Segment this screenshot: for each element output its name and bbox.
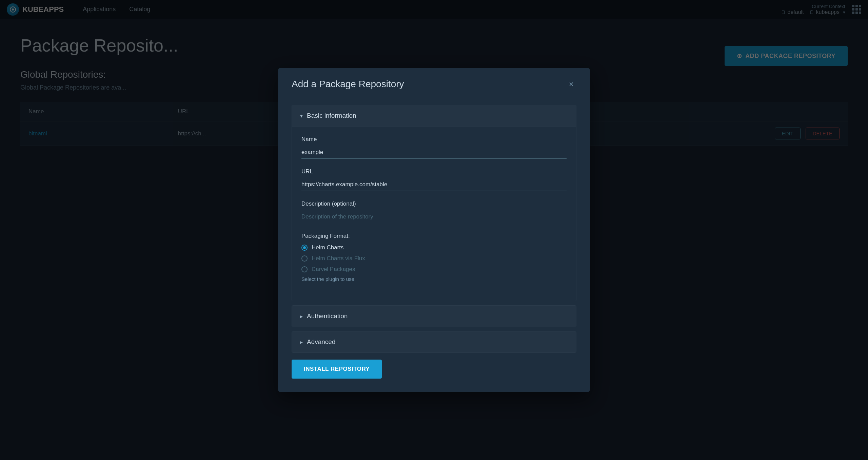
accordion-basic-content: Name URL Description (optional): [292, 126, 576, 301]
install-repository-button[interactable]: INSTALL REPOSITORY: [292, 360, 382, 379]
accordion-basic-label: Basic information: [307, 112, 356, 119]
radio-helm-flux-btn: [301, 255, 308, 262]
accordion-authentication: ▸ Authentication: [292, 305, 576, 327]
modal-header: Add a Package Repository ×: [278, 68, 590, 98]
radio-helm-charts-label: Helm Charts: [312, 244, 343, 251]
modal-body: ▾ Basic information Name URL: [278, 98, 590, 392]
packaging-format-hint: Select the plugin to use.: [301, 276, 567, 282]
radio-carvel-label: Carvel Packages: [312, 266, 355, 273]
accordion-advanced-header[interactable]: ▸ Advanced: [292, 331, 576, 352]
packaging-format-group: Packaging Format: Helm Charts Helm Chart…: [301, 233, 567, 282]
accordion-auth-chevron-icon: ▸: [300, 313, 303, 320]
description-input[interactable]: [301, 211, 567, 223]
accordion-advanced-label: Advanced: [307, 338, 336, 346]
radio-helm-flux-label: Helm Charts via Flux: [312, 255, 365, 262]
accordion-authentication-header[interactable]: ▸ Authentication: [292, 306, 576, 327]
description-form-group: Description (optional): [301, 200, 567, 223]
radio-helm-charts[interactable]: Helm Charts: [301, 244, 567, 251]
modal-title: Add a Package Repository: [292, 79, 404, 90]
description-label: Description (optional): [301, 200, 567, 207]
name-input[interactable]: [301, 146, 567, 159]
url-label: URL: [301, 168, 567, 175]
accordion-advanced: ▸ Advanced: [292, 331, 576, 353]
accordion-basic: ▾ Basic information Name URL: [292, 105, 576, 301]
radio-helm-flux[interactable]: Helm Charts via Flux: [301, 255, 567, 262]
modal-overlay[interactable]: Add a Package Repository × ▾ Basic infor…: [0, 0, 868, 460]
modal: Add a Package Repository × ▾ Basic infor…: [278, 68, 590, 392]
packaging-format-label: Packaging Format:: [301, 233, 567, 239]
radio-helm-charts-btn: [301, 245, 308, 251]
radio-group: Helm Charts Helm Charts via Flux Carvel …: [301, 244, 567, 273]
url-input[interactable]: [301, 178, 567, 191]
url-form-group: URL: [301, 168, 567, 191]
accordion-basic-chevron-icon: ▾: [300, 113, 303, 119]
modal-close-button[interactable]: ×: [566, 79, 576, 90]
radio-carvel-btn: [301, 266, 308, 272]
accordion-basic-header[interactable]: ▾ Basic information: [292, 105, 576, 126]
name-label: Name: [301, 136, 567, 143]
name-form-group: Name: [301, 136, 567, 159]
accordion-advanced-chevron-icon: ▸: [300, 339, 303, 345]
accordion-auth-label: Authentication: [307, 312, 348, 320]
radio-carvel[interactable]: Carvel Packages: [301, 266, 567, 273]
